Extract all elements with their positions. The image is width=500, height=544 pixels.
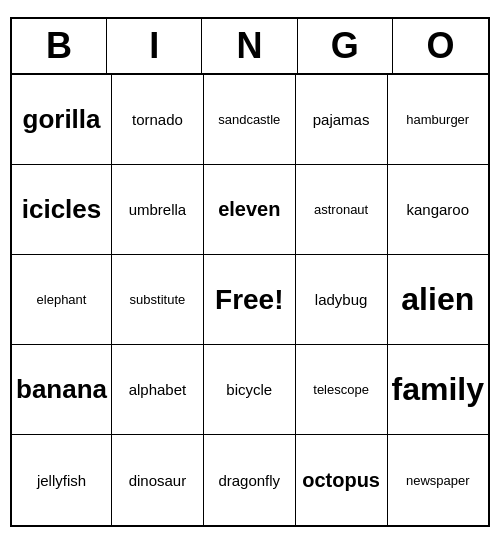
bingo-cell-0: gorilla [12, 75, 112, 165]
bingo-header: BINGO [12, 19, 488, 75]
bingo-cell-18: telescope [296, 345, 388, 435]
bingo-cell-6: umbrella [112, 165, 204, 255]
bingo-cell-8: astronaut [296, 165, 388, 255]
bingo-cell-24: newspaper [388, 435, 488, 525]
bingo-cell-23: octopus [296, 435, 388, 525]
bingo-cell-11: substitute [112, 255, 204, 345]
header-letter-n: N [202, 19, 297, 73]
bingo-card: BINGO gorillatornadosandcastlepajamasham… [10, 17, 490, 527]
bingo-cell-5: icicles [12, 165, 112, 255]
bingo-cell-3: pajamas [296, 75, 388, 165]
bingo-cell-20: jellyfish [12, 435, 112, 525]
bingo-cell-13: ladybug [296, 255, 388, 345]
bingo-cell-9: kangaroo [388, 165, 488, 255]
header-letter-i: I [107, 19, 202, 73]
bingo-cell-7: eleven [204, 165, 296, 255]
header-letter-g: G [298, 19, 393, 73]
header-letter-o: O [393, 19, 488, 73]
bingo-cell-17: bicycle [204, 345, 296, 435]
bingo-cell-19: family [388, 345, 488, 435]
bingo-cell-1: tornado [112, 75, 204, 165]
bingo-cell-15: banana [12, 345, 112, 435]
bingo-cell-4: hamburger [388, 75, 488, 165]
bingo-grid: gorillatornadosandcastlepajamashamburger… [12, 75, 488, 525]
header-letter-b: B [12, 19, 107, 73]
bingo-cell-21: dinosaur [112, 435, 204, 525]
bingo-cell-16: alphabet [112, 345, 204, 435]
bingo-cell-14: alien [388, 255, 488, 345]
bingo-cell-2: sandcastle [204, 75, 296, 165]
bingo-cell-22: dragonfly [204, 435, 296, 525]
bingo-cell-12: Free! [204, 255, 296, 345]
bingo-cell-10: elephant [12, 255, 112, 345]
